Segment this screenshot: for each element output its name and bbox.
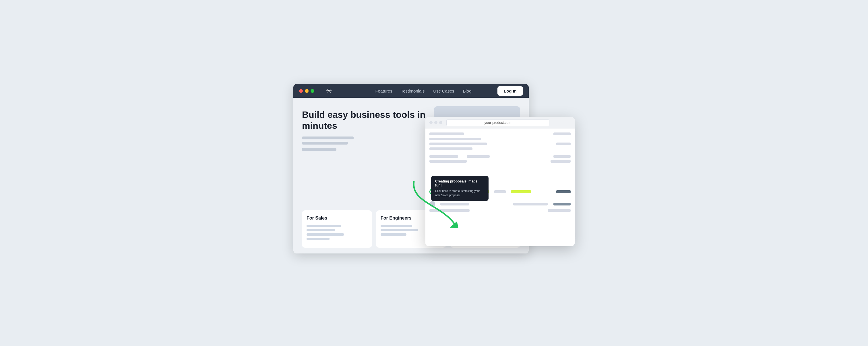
subtitle-line-1 (302, 137, 353, 139)
avatar-icon (429, 201, 435, 207)
nav-use-cases[interactable]: Use Cases (433, 88, 454, 93)
card-sales-line-1 (307, 225, 341, 227)
mock-line-6a (429, 160, 467, 163)
secondary-browser-window: your-product.com (425, 117, 575, 246)
hl-yellow-2 (511, 190, 531, 193)
hl-dark-1 (556, 190, 570, 193)
secondary-close (429, 121, 433, 124)
secondary-browser-content: Creating proposals, made fun! Click here… (425, 128, 575, 246)
mock-b2-line-1 (429, 209, 470, 212)
mock-row-2 (429, 138, 570, 140)
mock-line-1a (429, 133, 464, 135)
mock-b-line-3 (553, 203, 570, 205)
mock-row-6 (429, 160, 570, 163)
secondary-browser-titlebar: your-product.com (425, 117, 575, 128)
mock-line-3b (556, 143, 570, 145)
close-button[interactable] (299, 89, 303, 93)
mock-b-line-2 (513, 203, 548, 205)
nav-features[interactable]: Features (375, 88, 392, 93)
mock-line-4a (429, 147, 472, 150)
maximize-button[interactable] (311, 89, 314, 93)
main-nav-bar: ✳ Features Testimonials Use Cases Blog L… (293, 84, 529, 98)
secondary-traffic-lights (429, 121, 442, 124)
card-sales-line-4 (307, 238, 330, 240)
hero-title: Build easy business tools in minutes (302, 109, 428, 131)
card-sales-lines (307, 225, 367, 240)
card-engineers-line-1 (381, 225, 412, 227)
section-gap-1 (429, 152, 570, 155)
subtitle-line-2 (302, 142, 348, 145)
mock-row-bottom-2 (429, 209, 570, 212)
card-sales-line-3 (307, 233, 344, 236)
mock-row-5 (429, 155, 570, 158)
mock-b-line-1 (440, 203, 469, 205)
url-bar[interactable]: your-product.com (446, 119, 549, 126)
traffic-lights (299, 89, 314, 93)
card-sales: For Sales (302, 210, 372, 248)
mock-line-2a (429, 138, 481, 140)
nav-links: Features Testimonials Use Cases Blog (349, 88, 497, 93)
card-engineers-line-2 (381, 229, 418, 231)
subtitle-line-3 (302, 148, 336, 151)
tooltip-title: Creating proposals, made fun! (435, 179, 485, 188)
minimize-button[interactable] (305, 89, 309, 93)
tooltip-popup: Creating proposals, made fun! Click here… (431, 176, 489, 201)
secondary-minimize (434, 121, 437, 124)
hero-text: Build easy business tools in minutes (302, 106, 428, 151)
card-sales-title: For Sales (307, 215, 367, 221)
logo-icon: ✳ (326, 86, 332, 95)
mock-row-3 (429, 143, 570, 145)
login-button[interactable]: Log In (497, 86, 523, 96)
mock-row-1 (429, 133, 570, 135)
card-sales-line-2 (307, 229, 335, 231)
secondary-maximize (439, 121, 442, 124)
mock-row-bottom-1 (429, 201, 570, 207)
tooltip-body: Click here to start customizing your new… (435, 189, 485, 197)
nav-testimonials[interactable]: Testimonials (401, 88, 425, 93)
mock-b2-line-2 (548, 209, 570, 212)
hl-line-2 (494, 190, 506, 193)
nav-blog[interactable]: Blog (463, 88, 472, 93)
mock-line-6b (551, 160, 570, 163)
mock-line-5a (429, 155, 458, 158)
hero-subtitle (302, 137, 428, 151)
card-engineers-line-3 (381, 233, 406, 236)
mock-line-5b (467, 155, 490, 158)
scene: ✳ Features Testimonials Use Cases Blog L… (293, 84, 575, 262)
mock-line-5c (553, 155, 570, 158)
mock-line-3a (429, 143, 487, 145)
mock-row-4 (429, 147, 570, 150)
mock-line-1b (553, 133, 570, 135)
